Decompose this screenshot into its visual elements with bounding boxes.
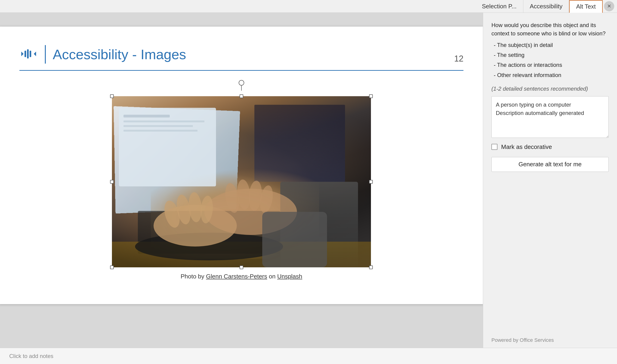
image-caption: Photo by Glenn Carstens-Peters on Unspla… [181,273,302,280]
bullet-subjects: - The subject(s) in detail [494,40,609,50]
main-area: Accessibility - Images 12 [0,13,617,348]
alt-text-input[interactable] [491,96,609,138]
resize-handle-top-right[interactable] [369,94,373,98]
svg-rect-17 [124,120,205,122]
slide-page-number: 12 [454,54,463,64]
resize-handle-middle-right[interactable] [369,180,373,184]
tab-alt-text[interactable]: Alt Text [569,0,603,13]
selected-image[interactable] [112,96,371,267]
resize-handle-bottom-middle[interactable] [240,265,243,269]
generate-alt-text-button[interactable]: Generate alt text for me [491,157,609,172]
tab-accessibility[interactable]: Accessibility [523,0,569,13]
resize-handle-top-middle[interactable] [240,94,243,98]
svg-rect-16 [124,115,170,117]
slide: Accessibility - Images 12 [0,26,483,304]
bullet-list: - The subject(s) in detail - The setting… [494,40,609,80]
right-panel: How would you describe this object and i… [483,13,617,348]
rotation-handle[interactable] [239,80,244,91]
resize-handle-middle-left[interactable] [110,180,114,184]
bullet-other: - Other relevant information [494,70,609,80]
resize-handle-bottom-left[interactable] [110,265,114,269]
resize-handle-top-left[interactable] [110,94,114,98]
laptop-photo [112,96,371,267]
svg-rect-0 [25,51,26,57]
close-panel-button[interactable]: ✕ [604,1,614,11]
svg-rect-2 [30,51,31,57]
slide-divider [45,45,46,64]
svg-rect-15 [119,108,216,186]
author-link[interactable]: Glenn Carstens-Peters [206,273,267,280]
bullet-actions: - The actions or interactions [494,60,609,70]
panel-description: How would you describe this object and i… [491,21,609,80]
decorative-row: Mark as decorative [491,143,609,151]
panel-recommendation: (1-2 detailed sentences recommended) [491,86,609,92]
svg-rect-14 [262,212,327,267]
slide-title: Accessibility - Images [53,47,454,63]
slide-logo [19,47,38,62]
svg-rect-18 [124,125,193,127]
decorative-label[interactable]: Mark as decorative [501,143,552,151]
notes-bar[interactable]: Click to add notes [0,348,617,364]
svg-rect-19 [124,130,197,131]
tab-selection-pane[interactable]: Selection P... [476,0,523,13]
svg-rect-1 [27,49,29,59]
image-container: Photo by Glenn Carstens-Peters on Unspla… [19,80,463,290]
resize-handle-bottom-right[interactable] [369,265,373,269]
decorative-checkbox[interactable] [491,144,497,150]
tab-bar: Selection P... Accessibility Alt Text ✕ [0,0,617,13]
panel-footer: Powered by Office Services [491,332,609,343]
bullet-setting: - The setting [494,50,609,60]
source-link[interactable]: Unsplash [277,273,302,280]
laptop-scene [112,96,371,267]
slide-header: Accessibility - Images 12 [19,45,463,71]
slide-area: Accessibility - Images 12 [0,13,483,348]
